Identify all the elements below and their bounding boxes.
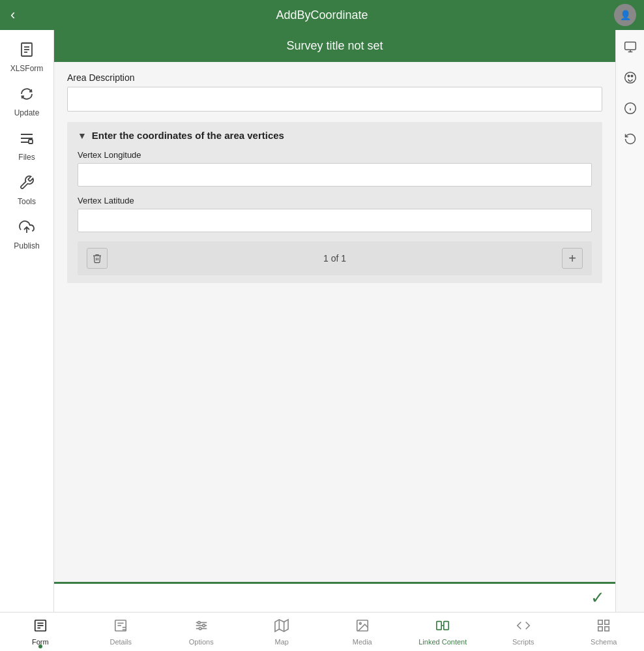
form-tab-icon — [33, 618, 48, 637]
svg-point-11 — [631, 75, 633, 77]
tab-details-label: Details — [110, 638, 132, 646]
avatar[interactable]: 👤 — [614, 4, 636, 26]
delete-button[interactable] — [87, 248, 108, 269]
sidebar-item-update-label: Update — [14, 108, 40, 117]
collapse-arrow-icon[interactable]: ▼ — [78, 130, 87, 141]
area-description-input[interactable] — [67, 87, 602, 112]
details-tab-icon — [113, 618, 128, 637]
vertex-latitude-label: Vertex Latitude — [78, 196, 592, 205]
checkmark-button[interactable]: ✓ — [591, 588, 605, 608]
svg-rect-41 — [605, 626, 609, 630]
scripts-tab-icon — [516, 618, 531, 637]
pagination-count: 1 of 1 — [323, 253, 346, 264]
tools-icon — [19, 175, 35, 194]
svg-rect-35 — [437, 621, 441, 629]
tab-options-label: Options — [189, 638, 214, 646]
add-button[interactable]: + — [562, 248, 583, 269]
files-icon — [19, 130, 35, 150]
app-title: AddByCoordinate — [276, 8, 368, 22]
options-tab-icon — [194, 618, 209, 637]
sidebar-item-xlsform[interactable]: XLSForm — [0, 35, 53, 80]
checkmark-bar: ✓ — [54, 582, 615, 612]
sidebar-item-files-label: Files — [18, 153, 35, 162]
tab-scripts-label: Scripts — [512, 638, 534, 646]
schema-tab-icon — [596, 618, 611, 637]
svg-rect-4 — [29, 140, 33, 144]
sidebar-item-xlsform-label: XLSForm — [10, 64, 44, 73]
vertex-longitude-label: Vertex Longitude — [78, 150, 592, 160]
publish-icon — [19, 219, 35, 239]
sidebar-item-publish-label: Publish — [14, 241, 39, 250]
coordinate-section: ▼ Enter the coordinates of the area vert… — [67, 122, 602, 283]
tab-media-label: Media — [353, 638, 372, 646]
svg-point-25 — [198, 621, 200, 624]
vertex-latitude-input[interactable] — [78, 209, 592, 232]
tab-schema[interactable]: Schema — [564, 613, 645, 651]
coordinate-section-header: ▼ Enter the coordinates of the area vert… — [78, 130, 592, 141]
top-bar: ‹ AddByCoordinate 👤 — [0, 0, 644, 30]
tab-map-label: Map — [275, 638, 289, 646]
map-tab-icon — [274, 618, 289, 637]
sidebar-item-tools-label: Tools — [18, 197, 36, 206]
monitor-icon[interactable] — [620, 37, 641, 61]
vertex-latitude-group: Vertex Latitude — [78, 196, 592, 232]
tab-details[interactable]: Details — [81, 613, 162, 651]
right-bar — [615, 30, 644, 651]
svg-point-27 — [203, 624, 205, 627]
update-icon — [19, 86, 35, 106]
svg-rect-39 — [605, 620, 609, 624]
form-body: Area Description ▼ Enter the coordinates… — [54, 62, 615, 584]
tab-linked-content-label: Linked Content — [418, 638, 467, 646]
svg-point-29 — [199, 627, 201, 629]
svg-rect-6 — [624, 42, 636, 50]
svg-point-34 — [359, 622, 361, 624]
media-tab-icon — [355, 618, 370, 637]
tab-media[interactable]: Media — [322, 613, 403, 651]
vertex-longitude-group: Vertex Longitude — [78, 150, 592, 187]
tab-form-label: Form — [32, 638, 49, 646]
tab-scripts[interactable]: Scripts — [483, 613, 564, 651]
info-icon[interactable] — [620, 98, 641, 122]
palette-icon[interactable] — [620, 67, 641, 91]
tab-map[interactable]: Map — [242, 613, 323, 651]
sidebar-item-files[interactable]: Files — [0, 124, 53, 168]
linked-content-tab-icon — [435, 618, 450, 637]
survey-card: Survey title not set Area Description ▼ … — [54, 30, 615, 612]
sidebar: XLSForm Update Files Tools — [0, 30, 54, 651]
tab-form[interactable]: Form — [0, 613, 81, 651]
area-description-group: Area Description — [67, 72, 602, 112]
svg-rect-36 — [444, 621, 448, 629]
vertex-longitude-input[interactable] — [78, 163, 592, 187]
tab-schema-label: Schema — [591, 638, 617, 646]
svg-rect-38 — [598, 620, 602, 624]
reset-icon[interactable] — [620, 129, 641, 153]
pagination-row: 1 of 1 + — [78, 241, 592, 275]
svg-rect-40 — [598, 626, 602, 630]
coordinate-section-title: Enter the coordinates of the area vertic… — [92, 130, 284, 141]
xlsform-icon — [19, 42, 35, 61]
tab-options[interactable]: Options — [161, 613, 242, 651]
main-content: Survey title not set Area Description ▼ … — [54, 30, 615, 612]
tab-linked-content[interactable]: Linked Content — [403, 613, 484, 651]
area-description-label: Area Description — [67, 72, 602, 83]
bottom-tab-bar: Form Details Options — [0, 612, 644, 651]
sidebar-item-update[interactable]: Update — [0, 80, 53, 124]
sidebar-item-publish[interactable]: Publish — [0, 213, 53, 257]
sidebar-item-tools[interactable]: Tools — [0, 168, 53, 213]
svg-marker-30 — [275, 619, 288, 631]
survey-header: Survey title not set — [54, 30, 615, 62]
svg-point-10 — [628, 75, 630, 77]
back-button[interactable]: ‹ — [10, 7, 15, 23]
